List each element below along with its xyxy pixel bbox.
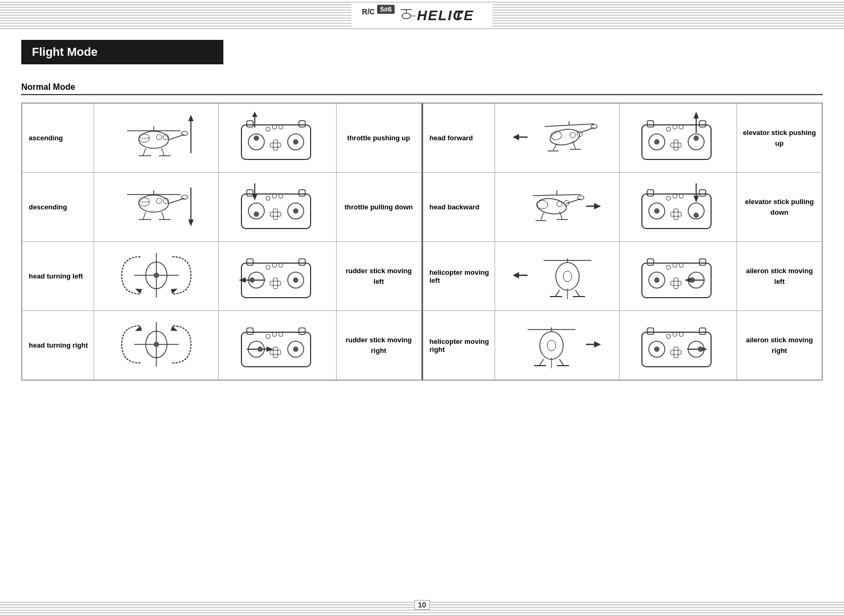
svg-marker-73 [239,277,246,283]
svg-line-171 [575,290,580,297]
svg-point-186 [679,263,683,267]
svg-rect-76 [299,259,305,265]
svg-marker-123 [693,112,699,119]
heli-forward-img [495,104,619,173]
ctrl-turning-left-svg [236,247,319,303]
svg-marker-22 [252,112,257,117]
svg-rect-98 [299,328,305,334]
svg-rect-153 [647,190,654,196]
svg-point-181 [654,277,659,283]
svg-point-120 [570,132,575,138]
svg-rect-107 [270,350,281,355]
svg-line-38 [169,198,185,204]
ctrl-descending-img [219,173,336,242]
svg-point-206 [654,347,659,352]
svg-point-158 [693,213,699,218]
heli-moving-left-img [495,242,619,311]
svg-line-13 [143,148,146,156]
svg-line-14 [162,148,164,156]
svg-point-82 [272,263,277,267]
action-descending: throttle pulling down [336,173,421,242]
heli-turning-left-svg [111,249,202,302]
svg-line-115 [553,144,557,150]
svg-line-42 [143,212,146,220]
label-descending: descending [22,173,94,242]
table-row: helicopter moving left [423,242,822,311]
logo-area: R/C 5#6 HELIC TE [352,3,493,27]
svg-point-93 [154,342,159,347]
svg-point-191 [540,332,563,359]
svg-rect-188 [671,281,681,285]
heli-descending-svg [111,180,202,233]
svg-point-27 [254,136,259,141]
svg-rect-24 [247,121,253,127]
svg-point-78 [249,277,255,283]
svg-point-71 [154,273,159,278]
heli-forward-svg [512,111,602,164]
heli-ascending-svg [111,111,202,164]
action-rudder-left: rudder stick moving left [336,242,421,311]
svg-point-29 [293,139,298,145]
svg-rect-154 [699,190,706,196]
svg-point-102 [293,347,298,352]
svg-rect-97 [247,328,253,334]
svg-point-147 [537,200,548,209]
section-title: Normal Mode [21,82,823,95]
svg-rect-162 [674,209,678,220]
flight-grid: ascending [21,103,823,381]
svg-point-184 [666,265,671,269]
svg-rect-75 [247,259,253,265]
svg-marker-137 [594,203,601,209]
svg-rect-125 [647,121,654,127]
svg-marker-36 [188,220,194,226]
logo-rc: R/C [362,7,375,16]
svg-point-59 [266,196,270,200]
svg-rect-85 [270,281,281,285]
svg-rect-62 [273,209,278,220]
ctrl-ascending-img [219,104,336,173]
svg-point-185 [673,263,677,267]
svg-rect-152 [642,194,711,229]
svg-point-83 [279,263,283,267]
svg-point-133 [679,125,683,129]
action-aileron-right: aileron stick moving right [737,311,822,380]
ctrl-backward-img [619,173,737,242]
svg-line-141 [533,195,581,196]
table-row: ascending [22,104,422,173]
svg-point-48 [156,198,162,204]
action-aileron-left: aileron stick moving left [737,242,822,311]
svg-rect-213 [671,350,681,355]
svg-point-39 [181,195,188,199]
svg-rect-54 [299,190,305,196]
svg-rect-187 [674,278,678,289]
ctrl-moving-right-img [619,311,737,380]
svg-marker-190 [594,341,601,348]
svg-rect-52 [241,194,311,229]
table-row: helicopter moving right [423,311,822,380]
svg-text:TE: TE [454,7,474,23]
label-head-backward: head backward [423,173,495,242]
svg-marker-95 [266,347,273,352]
ctrl-backward-svg [637,178,719,234]
svg-point-130 [693,136,699,141]
svg-marker-165 [513,272,519,279]
svg-point-56 [254,212,259,217]
svg-point-148 [557,201,562,207]
right-panel: head forward [423,103,823,380]
svg-point-31 [272,125,277,129]
header-banner: R/C 5#6 HELIC TE [0,0,844,29]
svg-line-143 [541,213,544,220]
svg-line-170 [555,290,559,297]
ctrl-turning-right-img [219,311,336,380]
svg-rect-33 [273,140,278,150]
ctrl-moving-left-img [619,242,737,311]
label-heli-moving-left: helicopter moving left [423,242,495,311]
heli-turning-right-svg [111,318,202,371]
svg-point-112 [591,124,598,129]
svg-point-156 [654,208,659,214]
svg-marker-7 [188,115,194,121]
svg-rect-23 [241,125,311,159]
svg-point-58 [293,208,298,214]
ctrl-forward-img [619,104,737,173]
svg-point-160 [673,194,677,198]
